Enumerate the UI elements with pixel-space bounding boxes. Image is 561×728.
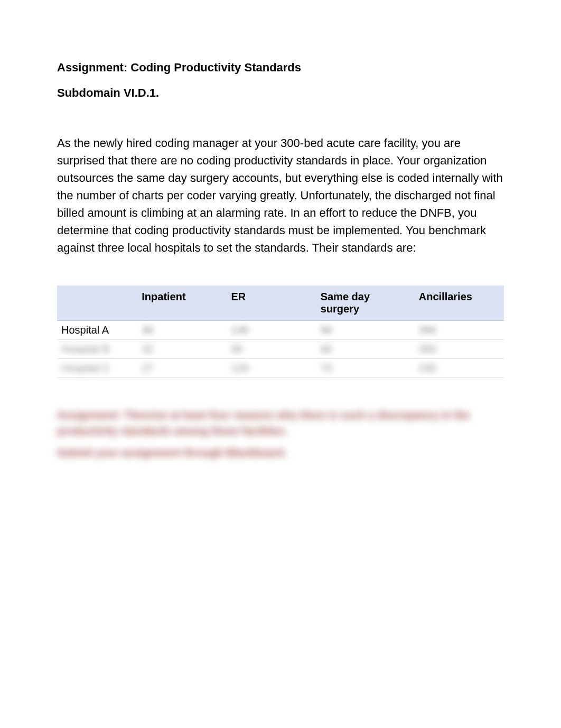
subdomain-subtitle: Subdomain VI.D.1. <box>57 86 504 100</box>
row-value: 60 <box>316 340 415 359</box>
row-label: Hospital A <box>57 321 137 340</box>
scenario-paragraph: As the newly hired coding manager at you… <box>57 134 504 256</box>
row-value: 130 <box>227 321 316 340</box>
row-value: 90 <box>227 340 316 359</box>
row-value: 50 <box>316 321 415 340</box>
table-header-ancillaries: Ancillaries <box>415 285 504 321</box>
table-row: Hospital B 32 90 60 350 <box>57 340 504 359</box>
row-label: Hospital C <box>57 359 137 378</box>
blurred-assignment-text: Assignment: Theorize at least four reaso… <box>57 407 504 439</box>
row-value: 120 <box>227 359 316 378</box>
blurred-submit-text: Submit your assignment through Blackboar… <box>57 447 504 459</box>
table-row: Hospital C 27 120 70 230 <box>57 359 504 378</box>
row-value: 27 <box>137 359 227 378</box>
row-value: 32 <box>137 340 227 359</box>
row-value: 30 <box>137 321 227 340</box>
table-row: Hospital A 30 130 50 260 <box>57 321 504 340</box>
table-header-er: ER <box>227 285 316 321</box>
table-header-blank <box>57 285 137 321</box>
table-header-row: Inpatient ER Same day surgery Ancillarie… <box>57 285 504 321</box>
row-label: Hospital B <box>57 340 137 359</box>
table-header-sameday: Same day surgery <box>316 285 415 321</box>
table-header-inpatient: Inpatient <box>137 285 227 321</box>
row-value: 350 <box>415 340 504 359</box>
row-value: 230 <box>415 359 504 378</box>
row-value: 70 <box>316 359 415 378</box>
benchmark-table: Inpatient ER Same day surgery Ancillarie… <box>57 285 504 378</box>
row-value: 260 <box>415 321 504 340</box>
assignment-title: Assignment: Coding Productivity Standard… <box>57 61 504 75</box>
